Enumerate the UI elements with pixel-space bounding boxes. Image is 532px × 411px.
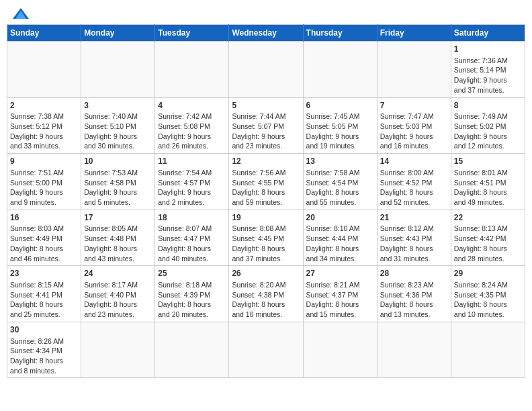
day-info-line: Daylight: 8 hours [84, 244, 152, 254]
day-info-line: Sunset: 5:03 PM [380, 122, 448, 132]
day-info-line: and 37 minutes. [454, 85, 522, 95]
day-info-line: Sunset: 4:36 PM [380, 290, 448, 300]
day-info-line: Sunset: 4:37 PM [306, 290, 374, 300]
day-info-line: Sunset: 4:41 PM [10, 290, 78, 300]
day-info-line: Sunrise: 8:13 AM [454, 224, 522, 234]
calendar-cell: 28Sunrise: 8:23 AMSunset: 4:36 PMDayligh… [377, 266, 451, 322]
day-info-line: Sunset: 4:52 PM [380, 178, 448, 188]
calendar-table: SundayMondayTuesdayWednesdayThursdayFrid… [7, 24, 525, 378]
day-info-line: Sunrise: 8:01 AM [454, 168, 522, 178]
day-info-line: Sunrise: 8:18 AM [158, 280, 226, 290]
day-info-line: Sunrise: 8:03 AM [10, 224, 78, 234]
day-info-line: Daylight: 9 hours [10, 132, 78, 142]
day-info-line: Sunset: 5:10 PM [84, 122, 152, 132]
calendar-week-5: 23Sunrise: 8:15 AMSunset: 4:41 PMDayligh… [7, 266, 525, 322]
weekday-header-monday: Monday [81, 25, 155, 42]
weekday-header-friday: Friday [377, 25, 451, 42]
calendar-week-2: 2Sunrise: 7:38 AMSunset: 5:12 PMDaylight… [7, 97, 525, 154]
calendar-cell: 30Sunrise: 8:26 AMSunset: 4:34 PMDayligh… [7, 322, 81, 378]
day-info-line: and 43 minutes. [84, 254, 152, 264]
day-info-line: Sunset: 4:40 PM [84, 290, 152, 300]
calendar-cell: 14Sunrise: 8:00 AMSunset: 4:52 PMDayligh… [377, 154, 451, 210]
day-info-line: and 28 minutes. [454, 254, 522, 264]
day-info-line: Daylight: 9 hours [84, 132, 152, 142]
day-number: 13 [306, 156, 374, 167]
day-info-line: and 2 minutes. [158, 197, 226, 208]
day-info-line: Daylight: 9 hours [306, 132, 374, 142]
day-info-line: Sunrise: 8:05 AM [84, 224, 152, 234]
day-number: 5 [232, 100, 300, 111]
day-number: 17 [84, 212, 152, 224]
day-info-line: Sunset: 4:34 PM [10, 346, 78, 356]
day-info-line: and 23 minutes. [232, 141, 300, 151]
day-info-line: Daylight: 8 hours [454, 300, 522, 310]
day-number: 16 [10, 212, 78, 224]
calendar-week-4: 16Sunrise: 8:03 AMSunset: 4:49 PMDayligh… [7, 210, 525, 266]
header [7, 7, 525, 20]
day-info-line: and 40 minutes. [158, 254, 226, 264]
day-number: 26 [232, 268, 300, 279]
day-info-line: Daylight: 8 hours [232, 244, 300, 254]
day-info-line: Sunset: 4:58 PM [84, 178, 152, 188]
day-number: 4 [158, 100, 226, 111]
day-info-line: Sunrise: 8:15 AM [10, 280, 78, 290]
day-info-line: Sunset: 4:51 PM [454, 178, 522, 188]
day-number: 9 [10, 156, 78, 167]
day-info-line: Daylight: 8 hours [380, 244, 448, 254]
day-info-line: Sunset: 4:45 PM [232, 234, 300, 244]
day-info-line: and 26 minutes. [158, 141, 226, 151]
day-info-line: Daylight: 8 hours [306, 300, 374, 310]
calendar-cell: 8Sunrise: 7:49 AMSunset: 5:02 PMDaylight… [451, 97, 525, 154]
day-info-line: Daylight: 8 hours [84, 300, 152, 310]
day-number: 1 [454, 44, 522, 55]
calendar-cell: 1Sunrise: 7:36 AMSunset: 5:14 PMDaylight… [451, 42, 525, 98]
page-container: SundayMondayTuesdayWednesdayThursdayFrid… [7, 7, 525, 378]
day-number: 6 [306, 100, 374, 111]
calendar-cell [155, 322, 229, 378]
day-number: 22 [454, 212, 522, 224]
calendar-cell [229, 322, 303, 378]
day-info-line: Sunrise: 7:53 AM [84, 168, 152, 178]
day-number: 19 [232, 212, 300, 224]
calendar-cell [451, 322, 525, 378]
calendar-cell: 15Sunrise: 8:01 AMSunset: 4:51 PMDayligh… [451, 154, 525, 210]
day-info-line: Sunrise: 8:21 AM [306, 280, 374, 290]
day-info-line: Sunset: 4:39 PM [158, 290, 226, 300]
day-info-line: Daylight: 8 hours [158, 300, 226, 310]
calendar-cell [377, 42, 451, 98]
day-info-line: Sunrise: 7:49 AM [454, 111, 522, 122]
day-info-line: Sunset: 4:48 PM [84, 234, 152, 244]
day-info-line: Sunrise: 7:42 AM [158, 111, 226, 122]
calendar-cell: 16Sunrise: 8:03 AMSunset: 4:49 PMDayligh… [7, 210, 81, 266]
day-info-line: Sunset: 4:43 PM [380, 234, 448, 244]
day-info-line: Daylight: 9 hours [380, 132, 448, 142]
day-number: 10 [84, 156, 152, 167]
day-info-line: and 34 minutes. [306, 254, 374, 264]
day-number: 28 [380, 268, 448, 279]
day-number: 18 [158, 212, 226, 224]
day-info-line: Daylight: 8 hours [10, 356, 78, 366]
day-info-line: Sunset: 4:54 PM [306, 178, 374, 188]
day-info-line: Sunrise: 8:17 AM [84, 280, 152, 290]
calendar-cell: 29Sunrise: 8:24 AMSunset: 4:35 PMDayligh… [451, 266, 525, 322]
weekday-header-thursday: Thursday [303, 25, 377, 42]
day-info-line: and 18 minutes. [232, 310, 300, 320]
day-number: 27 [306, 268, 374, 279]
day-info-line: Daylight: 9 hours [454, 75, 522, 85]
calendar-cell [229, 42, 303, 98]
day-number: 14 [380, 156, 448, 167]
day-info-line: Daylight: 8 hours [10, 244, 78, 254]
day-info-line: and 5 minutes. [84, 197, 152, 208]
day-info-line: Daylight: 9 hours [10, 187, 78, 197]
day-info-line: Sunrise: 8:00 AM [380, 168, 448, 178]
day-info-line: Sunrise: 8:08 AM [232, 224, 300, 234]
day-info-line: and 23 minutes. [84, 310, 152, 320]
day-info-line: Sunset: 4:35 PM [454, 290, 522, 300]
day-info-line: Sunrise: 8:23 AM [380, 280, 448, 290]
calendar-week-6: 30Sunrise: 8:26 AMSunset: 4:34 PMDayligh… [7, 322, 525, 378]
day-info-line: Daylight: 8 hours [158, 244, 226, 254]
calendar-cell: 13Sunrise: 7:58 AMSunset: 4:54 PMDayligh… [303, 154, 377, 210]
day-info-line: Sunrise: 8:20 AM [232, 280, 300, 290]
day-info-line: and 46 minutes. [10, 254, 78, 264]
calendar-cell: 12Sunrise: 7:56 AMSunset: 4:55 PMDayligh… [229, 154, 303, 210]
